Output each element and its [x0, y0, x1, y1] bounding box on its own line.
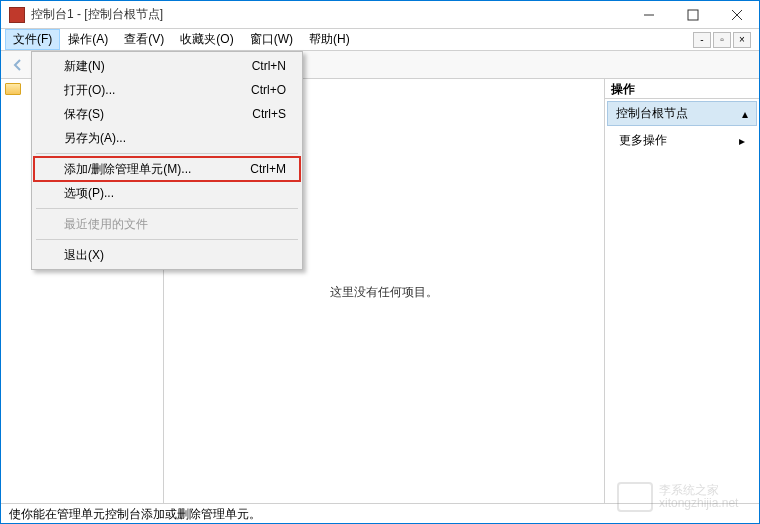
menu-favorites[interactable]: 收藏夹(O) — [172, 29, 241, 50]
mdi-controls: - ▫ × — [693, 29, 755, 50]
menu-exit[interactable]: 退出(X) — [34, 243, 300, 267]
app-icon — [9, 7, 25, 23]
menu-separator — [36, 208, 298, 209]
actions-more[interactable]: 更多操作 ▸ — [605, 128, 759, 153]
menu-recent: 最近使用的文件 — [34, 212, 300, 236]
mdi-minimize[interactable]: - — [693, 32, 711, 48]
menu-window[interactable]: 窗口(W) — [242, 29, 301, 50]
svg-rect-1 — [688, 10, 698, 20]
menu-exit-label: 退出(X) — [64, 247, 104, 264]
menu-options[interactable]: 选项(P)... — [34, 181, 300, 205]
menu-separator — [36, 239, 298, 240]
empty-message: 这里没有任何项目。 — [330, 284, 438, 301]
menu-action[interactable]: 操作(A) — [60, 29, 116, 50]
status-bar: 使你能在管理单元控制台添加或删除管理单元。 — [1, 503, 759, 523]
menu-options-label: 选项(P)... — [64, 185, 114, 202]
menu-saveas-label: 另存为(A)... — [64, 130, 126, 147]
menu-open-label: 打开(O)... — [64, 82, 115, 99]
menu-addremove-label: 添加/删除管理单元(M)... — [64, 161, 191, 178]
actions-rootnode[interactable]: 控制台根节点 ▴ — [607, 101, 757, 126]
actions-more-label: 更多操作 — [619, 132, 667, 149]
menu-new-shortcut: Ctrl+N — [222, 59, 286, 73]
menu-new[interactable]: 新建(N) Ctrl+N — [34, 54, 300, 78]
menu-addremove-shortcut: Ctrl+M — [220, 162, 286, 176]
status-text: 使你能在管理单元控制台添加或删除管理单元。 — [9, 507, 261, 521]
file-menu-dropdown: 新建(N) Ctrl+N 打开(O)... Ctrl+O 保存(S) Ctrl+… — [31, 51, 303, 270]
menu-open-shortcut: Ctrl+O — [221, 83, 286, 97]
title-bar: 控制台1 - [控制台根节点] — [1, 1, 759, 29]
actions-rootnode-label: 控制台根节点 — [616, 105, 688, 122]
window-title: 控制台1 - [控制台根节点] — [31, 6, 627, 23]
close-button[interactable] — [715, 1, 759, 29]
maximize-button[interactable] — [671, 1, 715, 29]
window-controls — [627, 1, 759, 29]
folder-icon — [5, 83, 21, 95]
collapse-arrow-icon: ▴ — [742, 107, 748, 121]
menu-recent-label: 最近使用的文件 — [64, 216, 148, 233]
menu-help[interactable]: 帮助(H) — [301, 29, 358, 50]
menu-save-label: 保存(S) — [64, 106, 104, 123]
mdi-close[interactable]: × — [733, 32, 751, 48]
menu-separator — [36, 153, 298, 154]
menu-file[interactable]: 文件(F) — [5, 29, 60, 50]
menu-saveas[interactable]: 另存为(A)... — [34, 126, 300, 150]
actions-header: 操作 — [605, 79, 759, 99]
mdi-restore[interactable]: ▫ — [713, 32, 731, 48]
menu-save-shortcut: Ctrl+S — [222, 107, 286, 121]
menu-new-label: 新建(N) — [64, 58, 105, 75]
menu-bar: 文件(F) 操作(A) 查看(V) 收藏夹(O) 窗口(W) 帮助(H) - ▫… — [1, 29, 759, 51]
minimize-button[interactable] — [627, 1, 671, 29]
menu-view[interactable]: 查看(V) — [116, 29, 172, 50]
submenu-arrow-icon: ▸ — [739, 134, 745, 148]
menu-open[interactable]: 打开(O)... Ctrl+O — [34, 78, 300, 102]
menu-save[interactable]: 保存(S) Ctrl+S — [34, 102, 300, 126]
actions-pane: 操作 控制台根节点 ▴ 更多操作 ▸ — [604, 79, 759, 505]
back-button[interactable] — [7, 54, 29, 76]
menu-addremove-snapin[interactable]: 添加/删除管理单元(M)... Ctrl+M — [34, 157, 300, 181]
